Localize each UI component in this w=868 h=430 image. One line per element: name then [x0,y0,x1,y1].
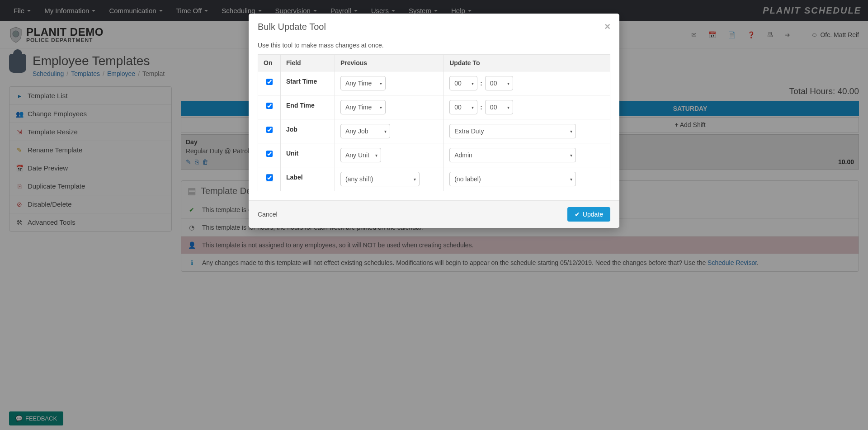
update-job-select[interactable]: Extra Duty [449,124,576,138]
update-minute-select[interactable]: 00 [485,100,513,114]
field-label: Unit [281,143,335,167]
row-enable-checkbox[interactable] [266,175,273,181]
field-label: Label [281,167,335,191]
prev-end-time-select[interactable]: Any Time [340,100,386,114]
update-minute-select[interactable]: 00 [485,76,513,90]
bulk-update-table: On Field Previous Update To Start TimeAn… [258,54,610,191]
update-hour-select[interactable]: 00 [449,100,477,114]
prev-job-select[interactable]: Any Job [340,124,390,138]
prev-unit-select[interactable]: Any Unit [340,148,381,162]
prev-start-time-select[interactable]: Any Time [340,76,386,90]
modal-intro: Use this tool to make mass changes at on… [258,40,610,54]
update-hour-select[interactable]: 00 [449,76,477,90]
update-button-label: Update [583,211,603,218]
field-label: End Time [281,95,335,119]
update-button[interactable]: ✔ Update [567,207,610,222]
col-field: Field [281,55,335,71]
field-label: Job [281,119,335,143]
field-label: Start Time [281,71,335,95]
col-update-to: Update To [444,55,610,71]
col-previous: Previous [335,55,444,71]
prev-label-select[interactable]: (any shift) [340,172,420,186]
cancel-button[interactable]: Cancel [258,211,278,218]
row-enable-checkbox[interactable] [266,127,273,133]
check-icon: ✔ [575,211,580,218]
time-colon: : [480,80,482,87]
bulk-update-modal: Bulk Update Tool × Use this tool to make… [249,14,619,228]
update-unit-select[interactable]: Admin [449,148,576,162]
row-enable-checkbox[interactable] [266,103,273,109]
row-enable-checkbox[interactable] [266,151,273,157]
col-on: On [258,55,281,71]
close-icon[interactable]: × [604,21,610,33]
row-enable-checkbox[interactable] [266,79,273,85]
time-colon: : [480,104,482,111]
update-label-select[interactable]: (no label) [449,172,576,186]
modal-title: Bulk Update Tool [258,22,326,32]
